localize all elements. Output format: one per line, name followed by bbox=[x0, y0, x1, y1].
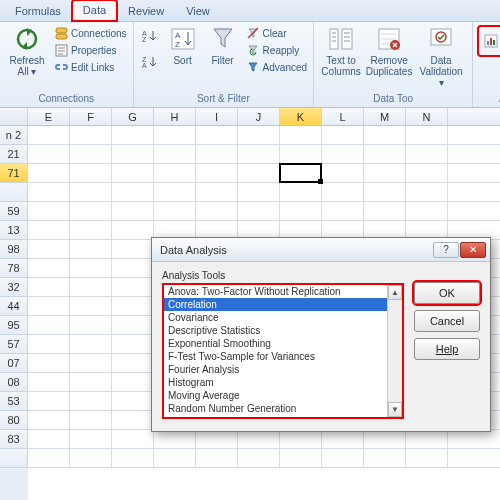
cell[interactable] bbox=[154, 202, 196, 220]
cell[interactable] bbox=[70, 145, 112, 163]
cell[interactable] bbox=[238, 430, 280, 448]
cell[interactable] bbox=[406, 449, 448, 467]
row-header[interactable]: 21 bbox=[0, 145, 28, 164]
cell[interactable] bbox=[196, 202, 238, 220]
row-header[interactable]: 83 bbox=[0, 430, 28, 449]
analysis-tool-item[interactable]: F-Test Two-Sample for Variances bbox=[164, 350, 402, 363]
cell[interactable] bbox=[70, 411, 112, 429]
analysis-tool-item[interactable]: Fourier Analysis bbox=[164, 363, 402, 376]
row-header[interactable]: 53 bbox=[0, 392, 28, 411]
text-to-columns-button[interactable]: Text to Columns bbox=[320, 25, 362, 77]
cell[interactable] bbox=[112, 164, 154, 182]
cell[interactable] bbox=[28, 354, 70, 372]
cell[interactable] bbox=[196, 183, 238, 201]
cell[interactable] bbox=[112, 259, 154, 277]
cell[interactable] bbox=[112, 278, 154, 296]
cell[interactable] bbox=[112, 373, 154, 391]
scroll-down-icon[interactable]: ▼ bbox=[388, 402, 402, 417]
cell[interactable] bbox=[364, 145, 406, 163]
row-header[interactable]: 44 bbox=[0, 297, 28, 316]
cell[interactable] bbox=[280, 449, 322, 467]
cell[interactable] bbox=[154, 164, 196, 182]
cell[interactable] bbox=[70, 240, 112, 258]
cell[interactable] bbox=[406, 430, 448, 448]
cell[interactable] bbox=[70, 278, 112, 296]
cell[interactable] bbox=[364, 126, 406, 144]
cell[interactable] bbox=[364, 449, 406, 467]
cell[interactable] bbox=[280, 126, 322, 144]
cell[interactable] bbox=[28, 297, 70, 315]
column-header-J[interactable]: J bbox=[238, 108, 280, 125]
analysis-tool-item[interactable]: Descriptive Statistics bbox=[164, 324, 402, 337]
cell[interactable] bbox=[112, 297, 154, 315]
connections-button[interactable]: Connections bbox=[54, 25, 127, 41]
row-header[interactable]: 08 bbox=[0, 373, 28, 392]
select-all-corner[interactable] bbox=[0, 108, 28, 125]
cell[interactable] bbox=[28, 240, 70, 258]
cell[interactable] bbox=[112, 430, 154, 448]
cell[interactable] bbox=[70, 316, 112, 334]
cell[interactable] bbox=[406, 145, 448, 163]
column-header-F[interactable]: F bbox=[70, 108, 112, 125]
sort-asc-button[interactable]: AZ bbox=[140, 25, 160, 51]
row-header[interactable]: n 2 bbox=[0, 126, 28, 145]
cell[interactable] bbox=[238, 164, 280, 182]
cell[interactable] bbox=[154, 145, 196, 163]
advanced-button[interactable]: Advanced bbox=[246, 59, 307, 75]
cell[interactable] bbox=[112, 316, 154, 334]
filter-button[interactable]: Filter bbox=[206, 25, 240, 66]
cell[interactable] bbox=[406, 164, 448, 182]
remove-duplicates-button[interactable]: Remove Duplicates bbox=[368, 25, 410, 77]
cell[interactable] bbox=[28, 164, 70, 182]
cell[interactable] bbox=[28, 316, 70, 334]
cell[interactable] bbox=[70, 164, 112, 182]
cell[interactable] bbox=[28, 449, 70, 467]
cell[interactable] bbox=[70, 221, 112, 239]
column-header-I[interactable]: I bbox=[196, 108, 238, 125]
cell[interactable] bbox=[112, 240, 154, 258]
cell[interactable] bbox=[70, 183, 112, 201]
dialog-titlebar[interactable]: Data Analysis ? ✕ bbox=[152, 238, 490, 262]
cell[interactable] bbox=[112, 335, 154, 353]
refresh-all-button[interactable]: Refresh All ▾ bbox=[6, 25, 48, 77]
dialog-help-icon[interactable]: ? bbox=[433, 242, 459, 258]
cell[interactable] bbox=[154, 430, 196, 448]
cell[interactable] bbox=[70, 392, 112, 410]
cell[interactable] bbox=[154, 183, 196, 201]
cell[interactable] bbox=[70, 126, 112, 144]
column-header-K[interactable]: K bbox=[280, 108, 322, 125]
cell[interactable] bbox=[112, 145, 154, 163]
sort-desc-button[interactable]: ZA bbox=[140, 51, 160, 77]
cell[interactable] bbox=[112, 411, 154, 429]
analysis-tool-item[interactable]: Moving Average bbox=[164, 389, 402, 402]
analysis-tools-listbox[interactable]: Anova: Two-Factor Without ReplicationCor… bbox=[162, 283, 404, 419]
analysis-tool-item[interactable]: Histogram bbox=[164, 376, 402, 389]
data-validation-button[interactable]: Data Validation ▾ bbox=[416, 25, 466, 88]
cell[interactable] bbox=[322, 183, 364, 201]
cell[interactable] bbox=[322, 430, 364, 448]
cell[interactable] bbox=[112, 354, 154, 372]
cell[interactable] bbox=[154, 126, 196, 144]
cell[interactable] bbox=[322, 164, 364, 182]
analysis-tool-item[interactable]: Anova: Two-Factor Without Replication bbox=[164, 285, 402, 298]
row-header[interactable]: 57 bbox=[0, 335, 28, 354]
cell[interactable] bbox=[406, 183, 448, 201]
column-header-G[interactable]: G bbox=[112, 108, 154, 125]
cell[interactable] bbox=[280, 145, 322, 163]
cell[interactable] bbox=[28, 145, 70, 163]
cell[interactable] bbox=[28, 392, 70, 410]
row-header[interactable] bbox=[0, 183, 28, 202]
row-header[interactable]: 71 bbox=[0, 164, 28, 183]
cell[interactable] bbox=[70, 259, 112, 277]
cell[interactable] bbox=[70, 430, 112, 448]
cell[interactable] bbox=[238, 145, 280, 163]
cell[interactable] bbox=[196, 430, 238, 448]
analysis-tool-item[interactable]: Covariance bbox=[164, 311, 402, 324]
listbox-scrollbar[interactable]: ▲ ▼ bbox=[387, 285, 402, 417]
cell[interactable] bbox=[28, 221, 70, 239]
cell[interactable] bbox=[70, 335, 112, 353]
cell[interactable] bbox=[322, 202, 364, 220]
cell[interactable] bbox=[238, 183, 280, 201]
cell[interactable] bbox=[28, 126, 70, 144]
cell[interactable] bbox=[364, 430, 406, 448]
